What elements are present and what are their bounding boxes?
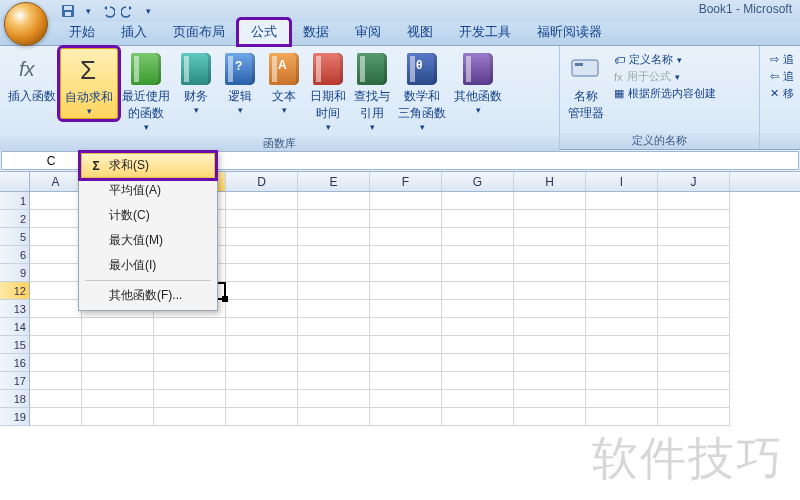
tab-layout[interactable]: 页面布局: [160, 19, 238, 45]
cell[interactable]: [298, 318, 370, 336]
cell[interactable]: [82, 372, 154, 390]
cell[interactable]: [226, 300, 298, 318]
cell[interactable]: [658, 318, 730, 336]
cell[interactable]: [226, 282, 298, 300]
cell[interactable]: [226, 210, 298, 228]
cell[interactable]: [298, 390, 370, 408]
cell[interactable]: [442, 354, 514, 372]
cell[interactable]: [82, 354, 154, 372]
row-header-13[interactable]: 13: [0, 300, 30, 318]
cell[interactable]: [442, 282, 514, 300]
cell[interactable]: [298, 210, 370, 228]
column-header-f[interactable]: F: [370, 172, 442, 191]
lookup-button[interactable]: 查找与 引用▾: [350, 48, 394, 134]
formula-input[interactable]: [124, 151, 799, 170]
dropdown-max[interactable]: 最大值(M): [81, 228, 215, 253]
cell[interactable]: [658, 264, 730, 282]
cell[interactable]: [514, 210, 586, 228]
cell[interactable]: [514, 282, 586, 300]
cell[interactable]: [514, 264, 586, 282]
other-functions-button[interactable]: 其他函数▾: [450, 48, 506, 117]
row-header-9[interactable]: 9: [0, 264, 30, 282]
cell[interactable]: [298, 228, 370, 246]
select-all-corner[interactable]: [0, 172, 30, 191]
cell[interactable]: [658, 408, 730, 426]
cell[interactable]: [586, 372, 658, 390]
tab-home[interactable]: 开始: [56, 19, 108, 45]
cell[interactable]: [298, 192, 370, 210]
cell[interactable]: [658, 372, 730, 390]
tab-developer[interactable]: 开发工具: [446, 19, 524, 45]
cell[interactable]: [154, 408, 226, 426]
cell[interactable]: [370, 192, 442, 210]
cell[interactable]: [514, 228, 586, 246]
cell[interactable]: [370, 318, 442, 336]
cell[interactable]: [442, 246, 514, 264]
cell[interactable]: [658, 246, 730, 264]
qat-more-icon[interactable]: ▾: [140, 3, 156, 19]
cell[interactable]: [298, 264, 370, 282]
trace-precedents-button[interactable]: ⇨追: [770, 52, 794, 67]
cell[interactable]: [30, 372, 82, 390]
cell[interactable]: [586, 390, 658, 408]
cell[interactable]: [298, 300, 370, 318]
cell[interactable]: [442, 228, 514, 246]
cell[interactable]: [586, 264, 658, 282]
cell[interactable]: [298, 372, 370, 390]
redo-icon[interactable]: [120, 3, 136, 19]
column-header-e[interactable]: E: [298, 172, 370, 191]
cell[interactable]: [586, 246, 658, 264]
row-header-19[interactable]: 19: [0, 408, 30, 426]
cell[interactable]: [154, 336, 226, 354]
remove-arrows-button[interactable]: ✕移: [770, 86, 794, 101]
cell[interactable]: [514, 408, 586, 426]
cell[interactable]: [658, 192, 730, 210]
name-manager-button[interactable]: 名称 管理器: [564, 48, 608, 124]
office-button[interactable]: [4, 2, 48, 46]
logic-button[interactable]: ? 逻辑▾: [218, 48, 262, 117]
create-from-selection-button[interactable]: ▦根据所选内容创建: [614, 86, 716, 101]
cell[interactable]: [298, 408, 370, 426]
save-icon[interactable]: [60, 3, 76, 19]
cell[interactable]: [586, 408, 658, 426]
cell[interactable]: [154, 372, 226, 390]
cell[interactable]: [514, 300, 586, 318]
cell[interactable]: [298, 336, 370, 354]
cell[interactable]: [298, 354, 370, 372]
cell[interactable]: [82, 390, 154, 408]
cell[interactable]: [226, 372, 298, 390]
text-button[interactable]: A 文本▾: [262, 48, 306, 117]
cell[interactable]: [442, 300, 514, 318]
row-header-17[interactable]: 17: [0, 372, 30, 390]
cell[interactable]: [586, 300, 658, 318]
tab-view[interactable]: 视图: [394, 19, 446, 45]
cell[interactable]: [82, 408, 154, 426]
cell[interactable]: [514, 354, 586, 372]
cell[interactable]: [586, 336, 658, 354]
row-header-16[interactable]: 16: [0, 354, 30, 372]
tab-formulas[interactable]: 公式: [238, 19, 290, 45]
cell[interactable]: [658, 336, 730, 354]
cell[interactable]: [370, 372, 442, 390]
cell[interactable]: [514, 336, 586, 354]
cell[interactable]: [30, 408, 82, 426]
column-header-a[interactable]: A: [30, 172, 82, 191]
cell[interactable]: [30, 192, 82, 210]
cell[interactable]: [370, 300, 442, 318]
cell[interactable]: [298, 246, 370, 264]
cell[interactable]: [30, 264, 82, 282]
cell[interactable]: [30, 390, 82, 408]
column-header-h[interactable]: H: [514, 172, 586, 191]
column-header-g[interactable]: G: [442, 172, 514, 191]
cell[interactable]: [514, 390, 586, 408]
cell[interactable]: [586, 354, 658, 372]
cell[interactable]: [370, 408, 442, 426]
cell[interactable]: [226, 264, 298, 282]
cell[interactable]: [586, 192, 658, 210]
row-header-15[interactable]: 15: [0, 336, 30, 354]
tab-review[interactable]: 审阅: [342, 19, 394, 45]
row-header-14[interactable]: 14: [0, 318, 30, 336]
cell[interactable]: [30, 228, 82, 246]
row-header-6[interactable]: 6: [0, 246, 30, 264]
cell[interactable]: [226, 228, 298, 246]
